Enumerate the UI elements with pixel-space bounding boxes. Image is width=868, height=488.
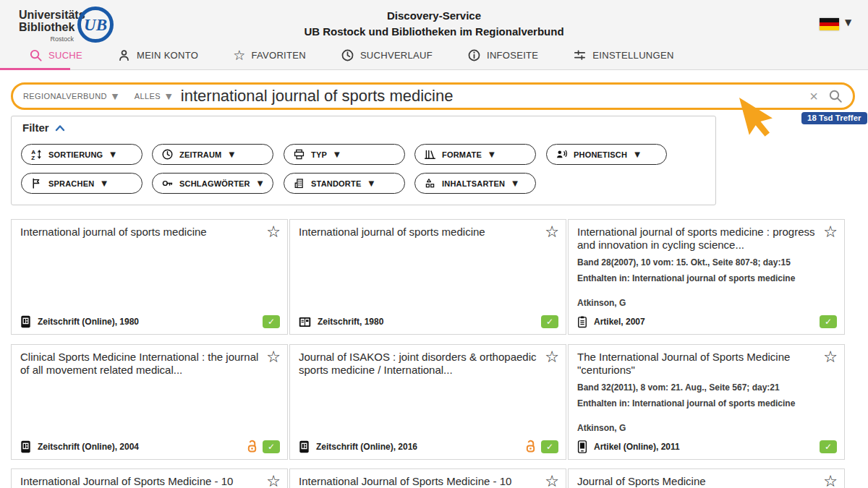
result-title[interactable]: International journal of sports medicine: [299, 226, 541, 239]
favorite-star-icon[interactable]: ☆: [266, 223, 281, 241]
search-submit-button[interactable]: [828, 89, 843, 103]
search-icon: [29, 48, 43, 62]
card-footer: Zeitschrift (Online), 1980 ✓: [20, 315, 280, 328]
filter-button-label: STANDORTE: [311, 179, 361, 188]
sort-az-icon: A Z: [30, 148, 43, 160]
result-card[interactable]: International Journal of Sports Medicine…: [11, 468, 288, 488]
scope-select-alles[interactable]: ALLES ▼: [135, 92, 172, 101]
german-flag-icon[interactable]: [820, 18, 839, 30]
result-title[interactable]: International Journal of Sports Medicine…: [299, 475, 541, 488]
chevron-down-icon: ▼: [112, 92, 119, 101]
filter-sprachen-button[interactable]: SPRACHEN ▼: [21, 173, 142, 194]
result-title[interactable]: Journal of Sports Medicine: [577, 475, 820, 488]
favorite-star-icon[interactable]: ☆: [823, 473, 838, 488]
result-card[interactable]: Clinical Sports Medicine International :…: [11, 344, 288, 460]
library-logo-text[interactable]: Universitäts Bibliothek Rostock: [19, 9, 74, 46]
filter-formate-button[interactable]: FORMATE ▼: [414, 144, 536, 165]
star-icon: ☆: [233, 48, 245, 62]
favorite-star-icon[interactable]: ☆: [266, 348, 281, 366]
result-title[interactable]: Clinical Sports Medicine International :…: [20, 351, 263, 377]
e-journal-icon: [20, 315, 31, 328]
volume-info: Band 32(2011), 8 vom: 21. Aug., Seite 56…: [577, 382, 820, 393]
search-input[interactable]: international journal of sports medicine: [181, 87, 809, 106]
filter-sortierung-button[interactable]: A Z SORTIERUNG ▼: [21, 144, 142, 165]
clear-search-icon[interactable]: ×: [809, 89, 818, 103]
page-title: Discovery-Service UB Rostock und Bibliot…: [0, 8, 868, 40]
key-icon: [161, 177, 174, 189]
result-card[interactable]: International journal of sports medicine…: [289, 219, 566, 335]
available-check-icon: ✓: [541, 315, 558, 328]
author: Atkinson, G: [577, 298, 820, 309]
type-label: Artikel, 2007: [594, 317, 645, 327]
nav-tab-favoriten[interactable]: ☆ FAVORITEN: [233, 48, 306, 62]
type-label: Zeitschrift (Online), 2016: [316, 442, 417, 452]
filter-standorte-button[interactable]: STANDORTE ▼: [284, 173, 405, 194]
filter-button-label: SORTIERUNG: [48, 150, 103, 159]
favorite-star-icon[interactable]: ☆: [823, 348, 838, 366]
type-label: Zeitschrift (Online), 2004: [38, 442, 139, 452]
filter-phonetisch-button[interactable]: PHONETISCH ▼: [546, 144, 667, 165]
author: Atkinson, G: [577, 423, 820, 434]
result-title[interactable]: Journal of ISAKOS : joint disorders & or…: [299, 351, 541, 377]
chevron-down-icon: ▼: [368, 179, 374, 187]
filter-button-label: SCHLAGWÖRTER: [179, 179, 250, 188]
nav-tab-label: MEIN KONTO: [137, 50, 198, 61]
nav-tab-label: INFOSEITE: [487, 50, 538, 61]
favorite-star-icon[interactable]: ☆: [266, 473, 281, 488]
print-journal-icon: [299, 316, 311, 328]
available-check-icon: ✓: [820, 440, 837, 453]
books-icon: [424, 148, 436, 160]
info-icon: [467, 48, 481, 62]
result-card[interactable]: Journal of ISAKOS : joint disorders & or…: [289, 344, 566, 460]
nav-tab-label: SUCHVERLAUF: [360, 50, 433, 61]
favorite-star-icon[interactable]: ☆: [823, 223, 838, 241]
open-access-icon: [247, 440, 258, 453]
ub-logo-icon[interactable]: UB: [77, 6, 114, 43]
result-card[interactable]: Journal of Sports Medicine ☆: [568, 468, 845, 488]
favorite-star-icon[interactable]: ☆: [545, 348, 559, 366]
result-title[interactable]: International journal of sports medicine: [20, 226, 263, 239]
filter-zeitraum-button[interactable]: ZEITRAUM ▼: [152, 144, 273, 165]
result-title[interactable]: The International Journal of Sports Medi…: [577, 351, 820, 377]
nav-tab-infoseite[interactable]: INFOSEITE: [467, 48, 538, 62]
filter-inhaltsarten-button[interactable]: INHALTSARTEN ▼: [414, 173, 536, 194]
chevron-down-icon: ▼: [512, 179, 518, 187]
result-title[interactable]: International Journal of Sports Medicine…: [20, 475, 263, 488]
chevron-down-icon: ▼: [489, 150, 495, 158]
favorite-star-icon[interactable]: ☆: [545, 223, 559, 241]
card-footer: Zeitschrift (Online), 2016 ✓: [299, 440, 558, 453]
result-card[interactable]: International journal of sports medicine…: [568, 219, 845, 335]
result-card[interactable]: International Journal of Sports Medicine…: [289, 468, 566, 488]
clock-icon: [161, 148, 174, 160]
scope-secondary-label: ALLES: [135, 92, 161, 100]
chevron-down-icon: ▼: [101, 179, 107, 187]
result-title[interactable]: International journal of sports medicine…: [577, 226, 820, 252]
language-chevron-down-icon[interactable]: ▼: [845, 17, 851, 27]
chevron-down-icon: ▼: [634, 150, 640, 158]
nav-tab-suchverlauf[interactable]: SUCHVERLAUF: [341, 48, 433, 62]
filter-schlagwoerter-button[interactable]: SCHLAGWÖRTER ▼: [152, 173, 273, 194]
filter-collapse-toggle[interactable]: Filter: [22, 121, 65, 134]
speaking-person-icon: [556, 148, 568, 160]
search-bar: REGIONALVERBUND ▼ ALLES ▼ international …: [11, 82, 855, 110]
result-card[interactable]: The International Journal of Sports Medi…: [568, 344, 845, 460]
type-label: Artikel (Online), 2011: [594, 442, 680, 452]
nav-tab-suche[interactable]: SUCHE: [29, 48, 82, 62]
nav-tab-label: EINSTELLUNGEN: [592, 50, 673, 61]
nav-tab-mein-konto[interactable]: MEIN KONTO: [117, 48, 198, 62]
filter-button-label: FORMATE: [442, 150, 482, 159]
result-card[interactable]: International journal of sports medicine…: [11, 219, 288, 335]
filter-button-label: TYP: [311, 150, 327, 159]
available-check-icon: ✓: [263, 440, 280, 453]
chevron-down-icon: ▼: [229, 150, 234, 158]
filter-button-label: PHONETISCH: [574, 150, 627, 159]
scope-select-regionalverbund[interactable]: REGIONALVERBUND ▼: [23, 92, 119, 101]
filter-typ-button[interactable]: TYP ▼: [284, 144, 405, 165]
discovery-service-page: Universitäts Bibliothek Rostock UB Disco…: [0, 0, 868, 488]
article-icon: [577, 315, 587, 328]
favorite-star-icon[interactable]: ☆: [545, 473, 559, 488]
logo-line2: Bibliothek: [19, 21, 74, 33]
filter-title: Filter: [22, 121, 49, 134]
contained-in: Enthalten in: International journal of s…: [577, 273, 820, 284]
nav-tab-einstellungen[interactable]: EINSTELLUNGEN: [573, 48, 673, 62]
